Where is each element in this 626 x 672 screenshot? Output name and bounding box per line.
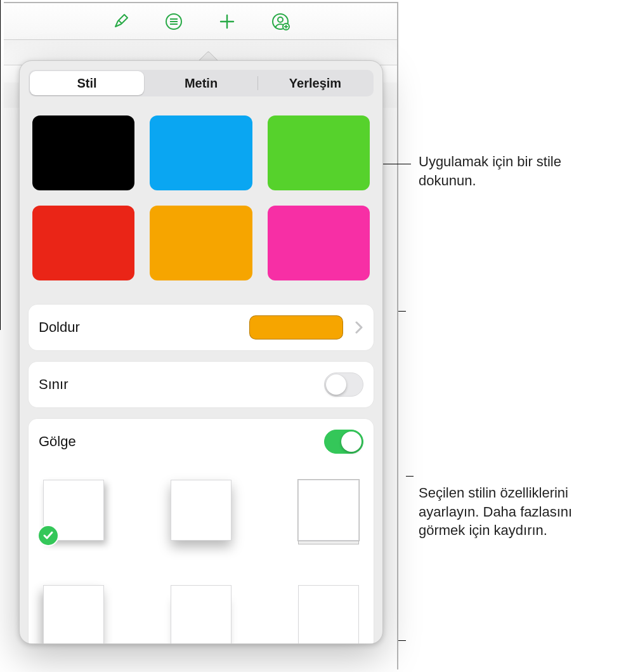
shadow-option-6[interactable] — [298, 585, 359, 644]
app-toolbar — [4, 3, 397, 40]
border-section: Sınır — [29, 362, 374, 407]
collaborate-button[interactable] — [269, 10, 292, 33]
style-swatch-1[interactable] — [32, 115, 134, 190]
callout-leader-2-bot — [398, 640, 406, 641]
shadow-option-1[interactable] — [43, 480, 104, 541]
style-swatch-5[interactable] — [150, 206, 252, 280]
callout-tap-style: Uygulamak için bir stile dokunun. — [419, 152, 622, 190]
tab-text[interactable]: Metin — [144, 71, 258, 95]
border-toggle[interactable] — [324, 372, 363, 397]
style-swatch-3[interactable] — [268, 115, 370, 190]
fill-section: Doldur — [29, 305, 374, 350]
style-swatch-6[interactable] — [268, 206, 370, 280]
fill-color-preview[interactable] — [249, 315, 343, 339]
share-person-icon — [271, 12, 290, 31]
border-row: Sınır — [29, 362, 374, 407]
list-icon — [164, 12, 183, 31]
shadow-option-2[interactable] — [171, 480, 231, 541]
tab-arrange[interactable]: Yerleşim — [258, 71, 372, 95]
format-button[interactable] — [109, 10, 132, 33]
tab-text-label: Metin — [185, 76, 218, 91]
shadow-row: Gölge — [29, 419, 374, 464]
plus-icon — [218, 13, 236, 30]
shadow-option-3[interactable] — [298, 480, 359, 541]
shadow-option-4[interactable] — [43, 585, 104, 644]
format-popover: Stil Metin Yerleşim Doldur Sınır Gölge — [19, 60, 383, 644]
tab-arrange-label: Yerleşim — [289, 76, 341, 91]
tab-style-label: Stil — [77, 76, 96, 91]
fill-label: Doldur — [39, 319, 249, 336]
callout-leader-2-h — [406, 476, 414, 477]
shadow-option-5[interactable] — [171, 585, 231, 644]
shadow-options-grid — [29, 464, 374, 644]
format-segmented-control: Stil Metin Yerleşim — [29, 70, 374, 96]
shadow-label: Gölge — [39, 433, 324, 450]
callout-leader-2-v — [0, 0, 1, 330]
shadow-section: Gölge — [29, 419, 374, 644]
callout-leader-2-top — [398, 311, 406, 312]
fill-row[interactable]: Doldur — [29, 305, 374, 350]
popover-caret — [198, 50, 218, 60]
brush-icon — [112, 13, 129, 30]
lists-button[interactable] — [162, 10, 185, 33]
callout-leader-1 — [383, 164, 411, 164]
shadow-toggle[interactable] — [324, 430, 363, 454]
tab-style[interactable]: Stil — [30, 71, 144, 95]
insert-button[interactable] — [216, 10, 238, 33]
window-frame-right — [397, 3, 398, 669]
style-swatch-2[interactable] — [150, 115, 252, 190]
chevron-right-icon — [355, 320, 363, 334]
style-preset-grid — [29, 96, 374, 293]
checkmark-icon — [39, 526, 58, 545]
style-swatch-4[interactable] — [32, 206, 134, 280]
border-label: Sınır — [39, 376, 324, 393]
svg-point-7 — [278, 17, 283, 22]
callout-adjust: Seçilen stilin özelliklerini ayarlayın. … — [419, 484, 622, 540]
